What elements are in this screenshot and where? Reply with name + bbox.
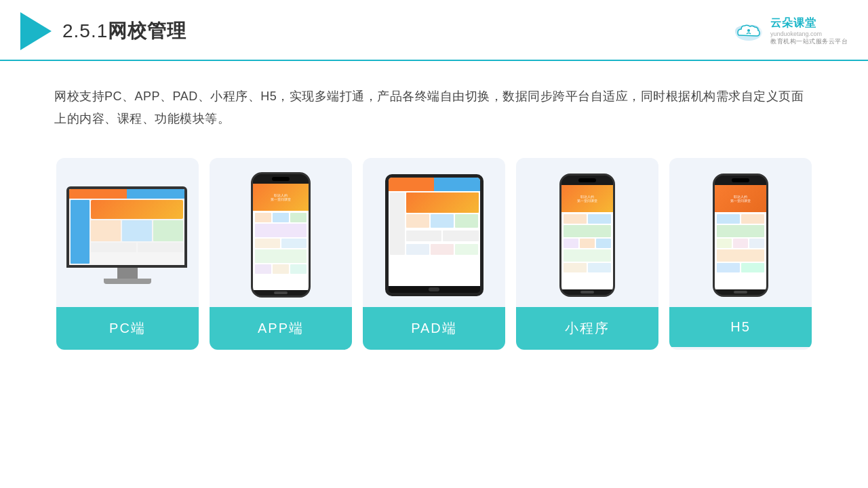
description-text: 网校支持PC、APP、PAD、小程序、H5，实现多端打通，产品各终端自由切换，数… <box>0 61 868 144</box>
pc-label: PC端 <box>56 307 199 350</box>
mini-card: 职达人的第一堂问课堂 <box>516 158 658 350</box>
mini-image-area: 职达人的第一堂问课堂 <box>516 158 658 307</box>
h5-phone-notch <box>715 176 766 185</box>
pc-card: PC端 <box>56 158 199 350</box>
app-card: 职达人的第一堂问课堂 <box>210 158 352 350</box>
logo-triangle-icon <box>20 12 52 50</box>
phone-notch <box>253 174 309 184</box>
cloud-icon <box>732 19 765 43</box>
app-phone-mockup: 职达人的第一堂问课堂 <box>251 172 311 298</box>
title-number: 2.5.1 <box>62 20 108 41</box>
h5-phone-mockup: 职达人的第一堂问课堂 <box>713 174 768 297</box>
mini-label: 小程序 <box>516 307 658 350</box>
pc-monitor-mockup <box>66 186 189 284</box>
svg-point-4 <box>747 29 750 32</box>
brand-name: 云朵课堂 <box>770 16 816 30</box>
brand-text-block: 云朵课堂 yunduoketang.com 教育机构一站式服务云平台 <box>770 16 848 46</box>
title-text: 网校管理 <box>108 20 186 41</box>
pc-image-area <box>56 158 199 307</box>
brand-url: yunduoketang.com <box>770 30 822 37</box>
app-image-area: 职达人的第一堂问课堂 <box>210 158 352 307</box>
h5-image-area: 职达人的第一堂问课堂 <box>669 158 812 307</box>
brand-subtitle: 教育机构一站式服务云平台 <box>770 37 848 46</box>
mini-phone-mockup: 职达人的第一堂问课堂 <box>559 174 615 297</box>
brand-logo: 云朵课堂 yunduoketang.com 教育机构一站式服务云平台 <box>732 16 848 46</box>
h5-label: H5 <box>669 307 812 347</box>
pad-card: PAD端 <box>363 158 505 350</box>
mini-phone-notch <box>561 176 613 185</box>
page-header: 2.5.1网校管理 云朵课堂 yunduoketang.com 教育机构一站式服… <box>0 0 868 61</box>
pad-tablet-mockup <box>385 174 484 296</box>
phone-screen: 职达人的第一堂问课堂 <box>253 184 309 290</box>
page-title: 2.5.1网校管理 <box>62 18 186 44</box>
pad-label: PAD端 <box>363 307 505 350</box>
device-cards-section: PC端 职达人的第一堂问课堂 <box>0 144 868 350</box>
tablet-screen <box>389 178 480 286</box>
pad-image-area <box>363 158 505 307</box>
app-label: APP端 <box>210 307 352 350</box>
h5-card: 职达人的第一堂问课堂 <box>669 158 812 350</box>
header-left: 2.5.1网校管理 <box>20 12 186 50</box>
mini-phone-screen: 职达人的第一堂问课堂 <box>561 185 613 289</box>
h5-phone-screen: 职达人的第一堂问课堂 <box>715 185 766 289</box>
